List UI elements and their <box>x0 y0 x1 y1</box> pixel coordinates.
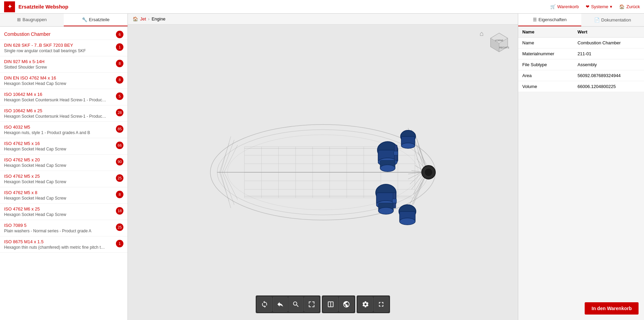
part-badge: 28 <box>116 109 123 116</box>
systems-icon: ❤ <box>586 4 589 9</box>
tab-dokumentation[interactable]: 📄 Dokumentation <box>581 14 644 26</box>
part-desc: Hexagon Socket Head Cap Screw <box>4 212 106 217</box>
property-name: Name <box>518 38 573 48</box>
main-layout: ⊞ Baugruppen 🔧 Ersatzteile Combustion Ch… <box>0 14 644 320</box>
zoom-btn[interactable] <box>288 297 303 312</box>
part-badge: 5 <box>116 92 123 100</box>
part-info: ISO 10642 M6 x 25 Hexagon Socket Counter… <box>4 108 114 119</box>
part-desc: Single row angular contact ball bearings… <box>4 48 106 53</box>
part-desc: Hexagon Socket Head Cap Screw <box>4 147 106 151</box>
property-value: Combustion Chamber <box>573 38 644 48</box>
viewer-area[interactable]: ⌂ VORNE RECHTS <box>128 25 518 320</box>
table-row: Materialnummer 211-01 <box>518 48 644 59</box>
svg-point-57 <box>380 165 395 172</box>
systems-dropdown-icon: ▾ <box>610 4 612 9</box>
eigenschaften-icon: ☰ <box>533 17 537 22</box>
orientation-cube[interactable]: VORNE RECHTS <box>487 31 511 55</box>
part-desc: Hexagon Socket Countersunk Head Screw-1 … <box>4 98 106 102</box>
list-item[interactable]: ISO 4762 M6 x 25 Hexagon Socket Head Cap… <box>0 204 128 220</box>
svg-line-20 <box>410 172 422 184</box>
property-name: File Subtype <box>518 59 573 70</box>
topbar: ✦ Ersatzteile Webshop 🛒 Warenkorb ❤ Syst… <box>0 0 644 14</box>
toolbar-group-3 <box>357 295 390 313</box>
category-name: Combustion Chamber <box>4 31 50 37</box>
properties-table: Name Wert Name Combustion Chamber Materi… <box>518 27 644 92</box>
cart-icon: 🛒 <box>550 4 556 9</box>
topbar-left: ✦ Ersatzteile Webshop <box>4 1 68 12</box>
list-item[interactable]: ISO 4762 M5 x 20 Hexagon Socket Head Cap… <box>0 155 128 171</box>
part-info: DIN 628 SKF - 7..B SKF 7203 BEY Single r… <box>4 43 114 53</box>
tab-ersatzteile[interactable]: 🔧 Ersatzteile <box>64 14 128 26</box>
explode-btn[interactable] <box>339 297 354 312</box>
part-badge: 8 <box>116 60 123 67</box>
part-info: ISO 4762 M5 x 8 Hexagon Socket Head Cap … <box>4 190 114 201</box>
svg-point-67 <box>378 207 393 214</box>
settings-btn[interactable] <box>358 297 373 312</box>
list-item[interactable]: ISO 4032 M5 Hexagon nuts, style 1 - Prod… <box>0 122 128 138</box>
fit-btn[interactable] <box>304 297 319 312</box>
col-wert-header: Wert <box>573 27 644 38</box>
part-info: ISO 10642 M4 x 16 Hexagon Socket Counter… <box>4 92 114 102</box>
svg-line-29 <box>221 136 231 172</box>
part-name: ISO 4032 M5 <box>4 125 114 130</box>
breadcrumb-jet-link[interactable]: Jet <box>140 16 146 21</box>
list-item[interactable]: ISO 7089 5 Plain washers - Normal series… <box>0 220 128 236</box>
parts-list[interactable]: DIN 628 SKF - 7..B SKF 7203 BEY Single r… <box>0 40 128 320</box>
table-row: Area 56092.087689324944 <box>518 70 644 81</box>
list-item[interactable]: DIN 628 SKF - 7..B SKF 7203 BEY Single r… <box>0 40 128 56</box>
table-row: Volume 66006.1204800225 <box>518 81 644 92</box>
part-name: ISO 4762 M6 x 25 <box>4 206 114 212</box>
engine-viewer <box>190 77 456 268</box>
fullscreen-btn[interactable] <box>374 297 389 312</box>
viewer-home-icon[interactable]: ⌂ <box>480 30 484 38</box>
section-btn[interactable] <box>323 297 338 312</box>
property-value: 211-01 <box>573 48 644 59</box>
list-item[interactable]: DIN 927 M6 x 5-14H Slotted Shoulder Scre… <box>0 56 128 73</box>
list-item[interactable]: ISO 4762 M5 x 8 Hexagon Socket Head Cap … <box>0 187 128 204</box>
part-desc: Hexagon Socket Head Cap Screw <box>4 179 106 184</box>
rotate-btn[interactable] <box>257 297 272 312</box>
list-item[interactable]: ISO 8675 M14 x 1.5 Hexagon thin nuts (ch… <box>0 236 128 253</box>
list-item[interactable]: ISO 4762 M5 x 16 Hexagon Socket Head Cap… <box>0 138 128 155</box>
back-button[interactable]: 🏠 Zurück <box>619 4 640 9</box>
part-name: ISO 10642 M6 x 25 <box>4 108 114 113</box>
cart-button[interactable]: 🛒 Warenkorb <box>550 4 579 9</box>
list-item[interactable]: DIN EN ISO 4762 M4 x 16 Hexagon Socket H… <box>0 73 128 89</box>
tab-baugruppen[interactable]: ⊞ Baugruppen <box>0 14 64 26</box>
pan-btn[interactable] <box>273 297 288 312</box>
right-panel: ☰ Eigenschaften 📄 Dokumentation Name Wer… <box>518 14 644 320</box>
right-tab-bar: ☰ Eigenschaften 📄 Dokumentation <box>518 14 644 27</box>
part-name: DIN 628 SKF - 7..B SKF 7203 BEY <box>4 43 114 48</box>
systems-button[interactable]: ❤ Systeme ▾ <box>586 4 613 9</box>
add-to-cart-button[interactable]: In den Warenkorb <box>585 302 639 315</box>
table-row: Name Combustion Chamber <box>518 38 644 48</box>
list-item[interactable]: ISO 10642 M4 x 16 Hexagon Socket Counter… <box>0 89 128 105</box>
app-title: Ersatzteile Webshop <box>18 4 68 10</box>
toolbar-group-1 <box>256 295 320 313</box>
list-item[interactable]: ISO 4762 M5 x 25 Hexagon Socket Head Cap… <box>0 171 128 187</box>
property-value: Assembly <box>573 59 644 70</box>
part-desc: Hexagon Socket Head Cap Screw <box>4 196 106 201</box>
property-name: Area <box>518 70 573 81</box>
part-desc: Hexagon Socket Countersunk Head Screw-1 … <box>4 114 106 119</box>
part-name: DIN EN ISO 4762 M4 x 16 <box>4 75 114 81</box>
part-badge: 25 <box>116 223 123 231</box>
part-desc: Hexagon Socket Head Cap Screw <box>4 81 106 86</box>
property-value: 56092.087689324944 <box>573 70 644 81</box>
svg-line-24 <box>413 176 426 205</box>
category-badge: 6 <box>116 31 123 38</box>
part-name: ISO 4762 M5 x 8 <box>4 190 114 195</box>
baugruppen-icon: ⊞ <box>17 17 21 22</box>
svg-line-33 <box>221 172 231 208</box>
col-name-header: Name <box>518 27 573 38</box>
ersatzteile-icon: 🔧 <box>82 17 87 22</box>
tab-eigenschaften[interactable]: ☰ Eigenschaften <box>518 14 581 26</box>
category-header: Combustion Chamber 6 <box>0 27 128 40</box>
part-name: DIN 927 M6 x 5-14H <box>4 59 114 64</box>
svg-line-25 <box>410 179 423 210</box>
part-info: ISO 4762 M5 x 20 Hexagon Socket Head Cap… <box>4 157 114 168</box>
list-item[interactable]: ISO 10642 M6 x 25 Hexagon Socket Counter… <box>0 105 128 122</box>
svg-text:RECHTS: RECHTS <box>499 46 509 49</box>
left-panel: ⊞ Baugruppen 🔧 Ersatzteile Combustion Ch… <box>0 14 128 320</box>
svg-point-74 <box>424 168 433 176</box>
